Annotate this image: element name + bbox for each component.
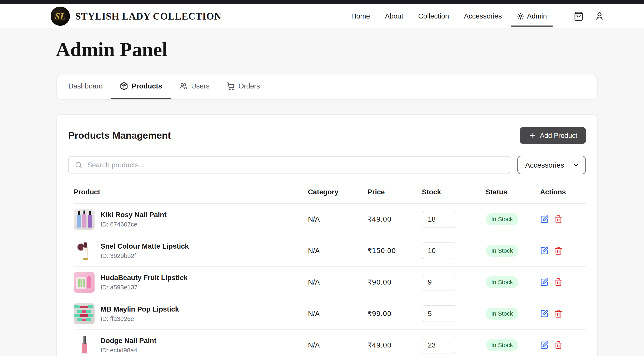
tab-products-label: Products (132, 82, 162, 90)
top-black-bar (0, 0, 644, 4)
brand[interactable]: SL STYLISH LADY COLLECTION (51, 6, 222, 26)
product-price: ₹99.00 (368, 310, 422, 318)
product-price: ₹150.00 (368, 247, 422, 255)
search-field-wrap (68, 156, 510, 174)
product-id: ID: ffa3e26e (100, 315, 179, 322)
stock-input[interactable] (422, 242, 456, 259)
product-price: ₹90.00 (368, 278, 422, 286)
table-row: Snel Colour Matte Lipstick ID: 3929bb2f … (74, 235, 586, 267)
delete-icon[interactable] (554, 309, 563, 318)
table-row: Dodge Nail Paint ID: ecbd98a4 N/A ₹49.00… (74, 330, 586, 356)
header-icons (574, 11, 604, 21)
product-thumbnail (74, 303, 94, 324)
cart-icon (226, 82, 235, 90)
col-header-price: Price (368, 188, 422, 196)
stock-input[interactable] (422, 274, 456, 291)
products-table: Product Category Price Stock Status Acti… (68, 188, 586, 356)
stock-input[interactable] (422, 305, 456, 322)
delete-icon[interactable] (554, 341, 563, 350)
product-name: Kiki Rosy Nail Paint (100, 211, 166, 219)
category-filter-select[interactable]: Accessories (517, 156, 586, 175)
product-category: N/A (308, 341, 368, 349)
tab-products[interactable]: Products (111, 74, 170, 99)
status-badge: In Stock (486, 245, 518, 257)
product-price: ₹49.00 (368, 341, 422, 349)
tab-users-label: Users (191, 82, 209, 90)
col-header-product: Product (74, 188, 308, 196)
nav-item-admin[interactable]: Admin (515, 12, 548, 20)
product-id: ID: 3929bb2f (100, 252, 189, 259)
status-badge: In Stock (486, 339, 518, 351)
col-header-status: Status (486, 188, 540, 196)
main-nav: Home About Collection Accessories Admin (350, 12, 548, 20)
brand-logo: SL (51, 6, 70, 26)
edit-icon[interactable] (540, 309, 548, 318)
product-name: HudaBeauty Fruit Lipstick (100, 274, 188, 282)
status-badge: In Stock (486, 213, 518, 225)
tab-orders-label: Orders (238, 82, 260, 90)
product-id: ID: 674607ce (100, 221, 166, 228)
add-product-label: Add Product (540, 132, 577, 140)
status-badge: In Stock (486, 276, 518, 288)
tab-dashboard[interactable]: Dashboard (68, 74, 111, 99)
product-category: N/A (308, 215, 368, 223)
edit-icon[interactable] (540, 341, 548, 350)
page-title: Admin Panel (56, 38, 644, 61)
tab-dashboard-label: Dashboard (68, 82, 103, 90)
product-thumbnail (74, 272, 94, 293)
product-category: N/A (308, 247, 368, 255)
product-thumbnail (74, 209, 94, 230)
col-header-category: Category (308, 188, 368, 196)
nav-item-accessories[interactable]: Accessories (463, 12, 503, 20)
delete-icon[interactable] (554, 246, 563, 255)
col-header-actions: Actions (540, 188, 586, 196)
product-category: N/A (308, 278, 368, 286)
delete-icon[interactable] (554, 215, 563, 223)
search-input[interactable] (68, 156, 510, 174)
brand-monogram: SL (55, 11, 66, 22)
admin-tabs: Dashboard Products Users Orders (56, 74, 598, 100)
plus-icon (528, 132, 536, 139)
section-title: Products Management (68, 130, 171, 141)
add-product-button[interactable]: Add Product (520, 127, 586, 144)
nav-item-collection[interactable]: Collection (417, 12, 450, 20)
table-row: Kiki Rosy Nail Paint ID: 674607ce N/A ₹4… (74, 204, 586, 235)
package-icon (120, 82, 128, 90)
product-id: ID: a593e137 (100, 284, 188, 291)
category-filter-value: Accessories (525, 161, 564, 169)
table-row: HudaBeauty Fruit Lipstick ID: a593e137 N… (74, 267, 586, 298)
site-header: SL STYLISH LADY COLLECTION Home About Co… (0, 4, 644, 29)
product-price: ₹49.00 (368, 215, 422, 223)
tab-orders[interactable]: Orders (218, 74, 268, 99)
product-name: Dodge Nail Paint (100, 337, 156, 345)
edit-icon[interactable] (540, 278, 548, 286)
product-name: MB Maylin Pop Lipstick (100, 305, 179, 313)
tab-users[interactable]: Users (170, 74, 218, 99)
product-thumbnail (74, 335, 94, 356)
edit-icon[interactable] (540, 246, 548, 255)
user-icon[interactable] (594, 11, 604, 21)
shopping-bag-icon[interactable] (574, 11, 584, 21)
stock-input[interactable] (422, 211, 456, 227)
edit-icon[interactable] (540, 215, 548, 223)
chevron-down-icon (572, 162, 580, 169)
table-row: MB Maylin Pop Lipstick ID: ffa3e26e N/A … (74, 298, 586, 330)
gear-icon (517, 12, 524, 20)
nav-item-admin-label: Admin (527, 12, 547, 20)
product-thumbnail (74, 240, 94, 261)
products-table-body: Kiki Rosy Nail Paint ID: 674607ce N/A ₹4… (74, 204, 586, 356)
table-header-row: Product Category Price Stock Status Acti… (74, 188, 586, 204)
product-name: Snel Colour Matte Lipstick (100, 242, 189, 250)
nav-item-home[interactable]: Home (350, 12, 371, 20)
delete-icon[interactable] (554, 278, 563, 286)
col-header-stock: Stock (422, 188, 486, 196)
nav-item-about[interactable]: About (384, 12, 404, 20)
product-category: N/A (308, 310, 368, 318)
brand-name: STYLISH LADY COLLECTION (76, 11, 222, 22)
product-id: ID: ecbd98a4 (100, 347, 156, 354)
users-icon (179, 82, 188, 90)
products-management-card: Products Management Add Product Accessor… (56, 114, 598, 356)
status-badge: In Stock (486, 308, 518, 320)
stock-input[interactable] (422, 337, 456, 354)
